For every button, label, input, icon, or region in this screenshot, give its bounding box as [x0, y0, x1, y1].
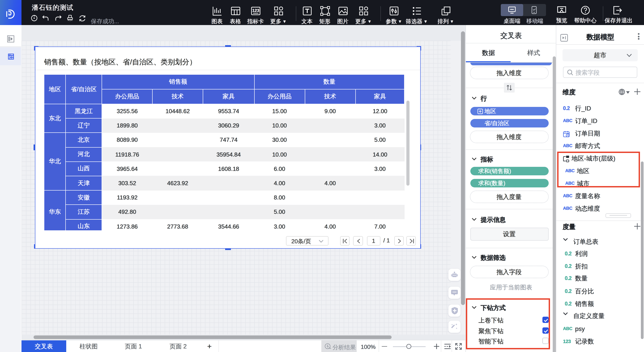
- svg-text:123: 123: [252, 8, 259, 13]
